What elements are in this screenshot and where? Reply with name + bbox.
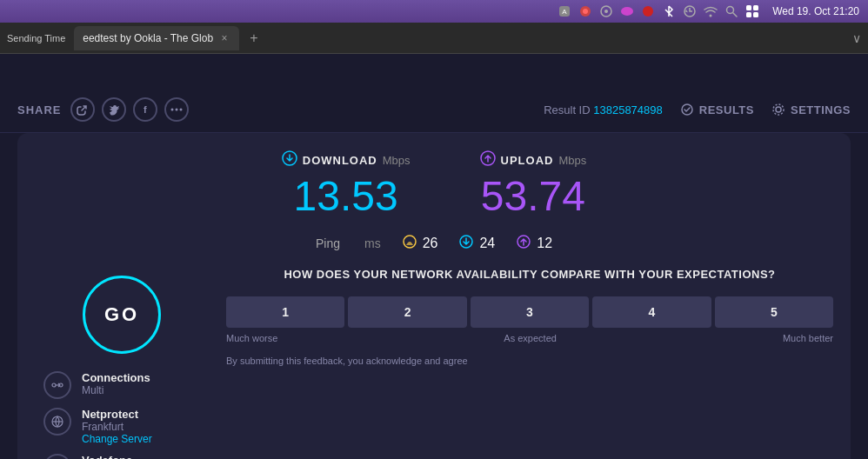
browser-tab[interactable]: eedtest by Ookla - The Glob × <box>74 26 239 50</box>
share-bar: SHARE f Result ID 13825874898 RESULTS SE… <box>0 87 868 133</box>
browser-tab-bar: Sending Time eedtest by Ookla - The Glob… <box>0 23 868 54</box>
download-text: DOWNLOAD <box>303 154 377 167</box>
rating-label-center: As expected <box>277 333 783 343</box>
svg-point-11 <box>727 7 734 14</box>
menu-bar: A Wed 19. Oct 21:20 <box>0 0 868 23</box>
ping-down-value: 24 <box>479 236 495 251</box>
svg-point-18 <box>170 109 173 111</box>
tab-close-button[interactable]: × <box>218 32 230 44</box>
expectation-title: HOW DOES YOUR NETWORK AVAILABILITY COMPA… <box>226 267 833 283</box>
app-icon-2 <box>578 3 593 19</box>
svg-rect-15 <box>746 12 751 17</box>
svg-point-6 <box>621 7 633 16</box>
download-label-row: DOWNLOAD Mbps <box>282 150 411 170</box>
download-block: DOWNLOAD Mbps 13.53 <box>282 150 411 220</box>
rating-btn-1[interactable]: 1 <box>226 296 344 328</box>
person-icon <box>43 454 71 459</box>
ping-icon <box>402 234 417 253</box>
ping-unit: ms <box>364 236 381 250</box>
svg-point-7 <box>643 6 653 17</box>
ping-label: Ping <box>316 236 340 250</box>
speed-panel: DOWNLOAD Mbps 13.53 UPLOAD Mbps 53.74 Pi… <box>17 133 851 459</box>
svg-point-22 <box>776 107 781 112</box>
svg-point-20 <box>179 109 182 111</box>
connections-info: Connections Multi <box>43 371 152 399</box>
menu-bar-icons: A Wed 19. Oct 21:20 <box>557 3 859 19</box>
app-icon-5 <box>640 3 656 19</box>
settings-label: SETTINGS <box>791 103 851 116</box>
svg-point-19 <box>175 109 177 111</box>
ping-up-value: 12 <box>537 236 552 251</box>
result-id-value[interactable]: 13825874898 <box>593 103 663 116</box>
netprotect-icon <box>43 408 71 436</box>
speeds-row: DOWNLOAD Mbps 13.53 UPLOAD Mbps 53.74 <box>35 150 833 220</box>
rating-label-right: Much better <box>783 333 833 343</box>
rating-btn-5[interactable]: 5 <box>715 296 833 328</box>
connections-value: Multi <box>82 384 150 396</box>
rating-label-left: Much worse <box>226 333 277 343</box>
submit-text: By submitting this feedback, you acknowl… <box>226 354 833 369</box>
connections-text: Connections Multi <box>82 371 150 396</box>
control-center-icon[interactable] <box>744 3 760 19</box>
tab-chevron-icon[interactable]: ∨ <box>852 31 861 45</box>
results-label: RESULTS <box>699 103 754 116</box>
main-content: SHARE f Result ID 13825874898 RESULTS SE… <box>0 87 868 459</box>
netprotect-text: Netprotect Frankfurt Change Server <box>82 408 152 445</box>
svg-rect-13 <box>746 5 751 10</box>
ping-row: Ping ms 26 24 12 <box>35 234 833 253</box>
svg-point-3 <box>583 9 588 14</box>
rating-btn-3[interactable]: 3 <box>471 296 589 328</box>
share-label: SHARE <box>17 103 62 116</box>
ping-down-item: 24 <box>458 234 495 253</box>
rating-btn-2[interactable]: 2 <box>348 296 466 328</box>
rating-labels: Much worse As expected Much better <box>226 333 833 343</box>
bluetooth-icon <box>661 3 677 19</box>
share-facebook-icon[interactable]: f <box>133 97 157 122</box>
share-twitter-icon[interactable] <box>102 97 126 122</box>
results-button[interactable]: RESULTS <box>680 103 754 116</box>
share-more-icon[interactable] <box>164 97 189 122</box>
share-link-icon[interactable] <box>70 97 95 122</box>
svg-rect-14 <box>753 5 758 10</box>
isp-text: Vodafone <box>82 454 132 459</box>
upload-label-row: UPLOAD Mbps <box>480 150 587 170</box>
download-unit: Mbps <box>383 154 411 167</box>
svg-rect-16 <box>753 12 758 17</box>
isp-info: Vodafone <box>43 454 152 459</box>
new-tab-button[interactable]: + <box>244 30 263 46</box>
sending-time-label: Sending Time <box>7 33 65 43</box>
result-prefix: Result ID <box>544 103 593 116</box>
change-server-link[interactable]: Change Server <box>82 433 152 445</box>
settings-button[interactable]: SETTINGS <box>771 103 851 116</box>
lower-row: GO Connections Multi <box>35 267 833 459</box>
svg-text:f: f <box>144 104 147 115</box>
svg-line-12 <box>733 13 737 17</box>
right-panel: HOW DOES YOUR NETWORK AVAILABILITY COMPA… <box>226 267 833 459</box>
ping-value: 26 <box>423 236 438 251</box>
ping-up-item: 12 <box>516 234 552 253</box>
svg-point-5 <box>604 10 608 13</box>
datetime-display: Wed 19. Oct 21:20 <box>772 5 859 17</box>
address-bar <box>0 54 868 87</box>
netprotect-title: Netprotect <box>82 408 152 421</box>
download-arrow-icon <box>282 150 297 170</box>
app-icon-3 <box>598 3 614 19</box>
upload-block: UPLOAD Mbps 53.74 <box>480 150 587 220</box>
wifi-icon <box>703 3 718 19</box>
isp-title: Vodafone <box>82 454 132 459</box>
connections-title: Connections <box>82 371 150 384</box>
rating-row: 1 2 3 4 5 <box>226 296 833 328</box>
go-button[interactable]: GO <box>83 276 161 354</box>
upload-unit: Mbps <box>558 154 586 167</box>
netprotect-location: Frankfurt <box>82 421 152 433</box>
ping-down-icon <box>458 234 474 253</box>
svg-point-29 <box>52 383 56 387</box>
rating-btn-4[interactable]: 4 <box>592 296 711 328</box>
time-machine-icon <box>682 3 698 19</box>
go-label: GO <box>104 303 139 326</box>
tab-label: eedtest by Ookla - The Glob <box>83 32 213 44</box>
app-icon-1: A <box>557 3 572 19</box>
upload-arrow-icon <box>480 150 496 170</box>
app-icon-4 <box>619 3 635 19</box>
search-icon[interactable] <box>724 3 739 19</box>
